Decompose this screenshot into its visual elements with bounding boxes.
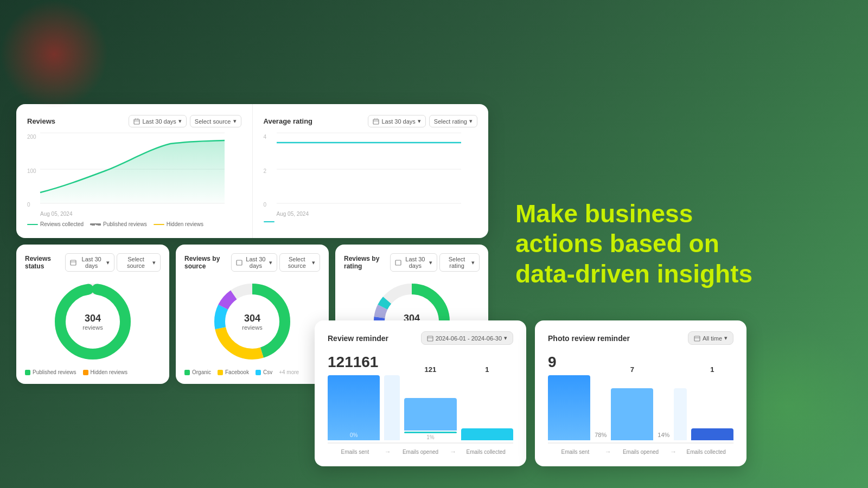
review-reminder-card: Review reminder 2024-06-01 - 2024-06-30 … xyxy=(315,320,526,466)
photo-stat-emails-sent: Emails sent xyxy=(548,449,603,455)
review-reminder-date-picker[interactable]: 2024-06-01 - 2024-06-30 ▾ xyxy=(421,331,513,345)
legend-reviews-collected: Reviews collected xyxy=(27,221,84,227)
cal-icon-7 xyxy=(694,335,700,342)
reviews-by-rating-controls: Last 30 days ▾ Select rating ▾ xyxy=(390,253,480,272)
reviews-chart-legend: Reviews collected Published reviews Hidd… xyxy=(27,221,241,227)
svg-rect-30 xyxy=(427,336,433,341)
reviews-by-source-card: Reviews by source Last 30 days ▾ Select … xyxy=(176,245,329,384)
headline-panel: Make business actions based on data-driv… xyxy=(505,188,852,300)
photo-reminder-big-number: 9 xyxy=(548,354,733,371)
reviews-by-source-donut: 304 reviews xyxy=(184,278,320,365)
stat-emails-opened: Emails opened xyxy=(393,449,448,455)
headline-text: Make business actions based on data-driv… xyxy=(515,199,752,289)
photo-review-reminder-card: Photo review reminder All time ▾ 9 78% 7… xyxy=(535,320,746,466)
reviews-by-source-title: Reviews by source xyxy=(184,255,231,270)
reviews-status-donut: 304 reviews xyxy=(25,278,161,365)
reviews-chart-area: 200 100 0 xyxy=(27,133,241,209)
calendar-icon xyxy=(133,118,140,125)
reviews-status-source[interactable]: Select source ▾ xyxy=(117,253,161,272)
reviews-by-source-legend: Organic Facebook Csv +4 more xyxy=(184,369,320,375)
svg-rect-0 xyxy=(134,119,139,124)
avg-rating-date-filter[interactable]: Last 30 days ▾ xyxy=(368,115,425,127)
avg-rating-title: Average rating xyxy=(264,117,313,125)
reviews-date-filter[interactable]: Last 30 days ▾ xyxy=(129,115,186,127)
reviews-chart-title: Reviews xyxy=(27,117,55,125)
reviews-source-filter[interactable]: Select source ▾ xyxy=(190,115,241,127)
bar-emails-sent: 0% xyxy=(328,375,380,440)
avg-rating-chart-area: 4 2 0 xyxy=(264,133,478,209)
floating-cards-area: Review reminder 2024-06-01 - 2024-06-30 … xyxy=(315,320,746,466)
photo-stat-emails-opened: Emails opened xyxy=(614,449,668,455)
stat-emails-sent: Emails sent xyxy=(328,449,382,455)
cal-icon-3 xyxy=(70,259,76,266)
review-reminder-title: Review reminder xyxy=(328,334,388,343)
legend-hidden-reviews: Hidden reviews xyxy=(154,221,203,227)
review-reminder-bars: 0% 121 1% 1 xyxy=(328,375,513,440)
reviews-status-controls: Last 30 days ▾ Select source ▾ xyxy=(65,253,161,272)
reviews-chart-date: Aug 05, 2024 xyxy=(40,211,241,217)
reviews-status-date[interactable]: Last 30 days ▾ xyxy=(65,253,114,272)
cal-icon-5 xyxy=(395,259,401,266)
avg-rating-date: Aug 05, 2024 xyxy=(277,211,478,217)
bar-emails-opened: 121 1% xyxy=(404,375,456,440)
avg-rating-chart-panel: Average rating Last 30 days ▾ Select rat… xyxy=(253,104,489,238)
photo-reminder-stats-row: Emails sent → Emails opened → Emails col… xyxy=(548,442,733,455)
reviews-status-card: Reviews status Last 30 days ▾ Select sou… xyxy=(16,245,169,384)
reviews-by-rating-title: Reviews by rating xyxy=(344,255,390,270)
svg-rect-7 xyxy=(373,119,379,124)
calendar-icon-2 xyxy=(373,118,379,125)
legend-published-reviews: Published reviews xyxy=(90,221,147,227)
reviews-by-source-controls: Last 30 days ▾ Select source ▾ xyxy=(231,253,320,272)
reviews-chart-controls: Last 30 days ▾ Select source ▾ xyxy=(129,115,241,127)
by-source-date[interactable]: Last 30 days ▾ xyxy=(231,253,277,272)
reviews-status-title: Reviews status xyxy=(25,255,65,270)
reviews-status-legend: Published reviews Hidden reviews xyxy=(25,369,161,375)
photo-reminder-bars: 78% 7 14% 1 xyxy=(548,375,733,440)
reviews-chart-panel: Reviews Last 30 days ▾ Select source ▾ xyxy=(16,104,253,238)
svg-rect-18 xyxy=(237,260,242,265)
top-charts-panel: Reviews Last 30 days ▾ Select source ▾ xyxy=(16,104,488,238)
photo-reminder-title: Photo review reminder xyxy=(548,334,630,343)
photo-bar-emails-sent xyxy=(548,375,590,440)
avg-rating-controls: Last 30 days ▾ Select rating ▾ xyxy=(368,115,477,127)
cal-icon-4 xyxy=(236,259,242,266)
cal-icon-6 xyxy=(427,335,433,342)
photo-bar-emails-collected: 1 xyxy=(691,375,733,440)
photo-stat-emails-collected: Emails collected xyxy=(679,449,733,455)
svg-rect-24 xyxy=(395,260,401,265)
review-reminder-stats-row: Emails sent → Emails opened → Emails col… xyxy=(328,442,513,455)
by-source-source[interactable]: Select source ▾ xyxy=(279,253,320,272)
by-rating-filter[interactable]: Select rating ▾ xyxy=(439,253,480,272)
reviews-line-chart xyxy=(40,133,235,206)
by-rating-date[interactable]: Last 30 days ▾ xyxy=(390,253,437,272)
bar-emails-collected: 1 xyxy=(461,375,513,440)
svg-rect-14 xyxy=(71,260,76,265)
photo-bar-emails-opened: 7 xyxy=(611,375,653,440)
avg-rating-filter[interactable]: Select rating ▾ xyxy=(429,115,477,127)
photo-reminder-date-picker[interactable]: All time ▾ xyxy=(688,331,733,345)
avg-rating-line-chart xyxy=(277,133,472,206)
stat-emails-collected: Emails collected xyxy=(458,449,513,455)
avg-rating-legend xyxy=(264,221,478,222)
svg-rect-32 xyxy=(694,336,700,341)
